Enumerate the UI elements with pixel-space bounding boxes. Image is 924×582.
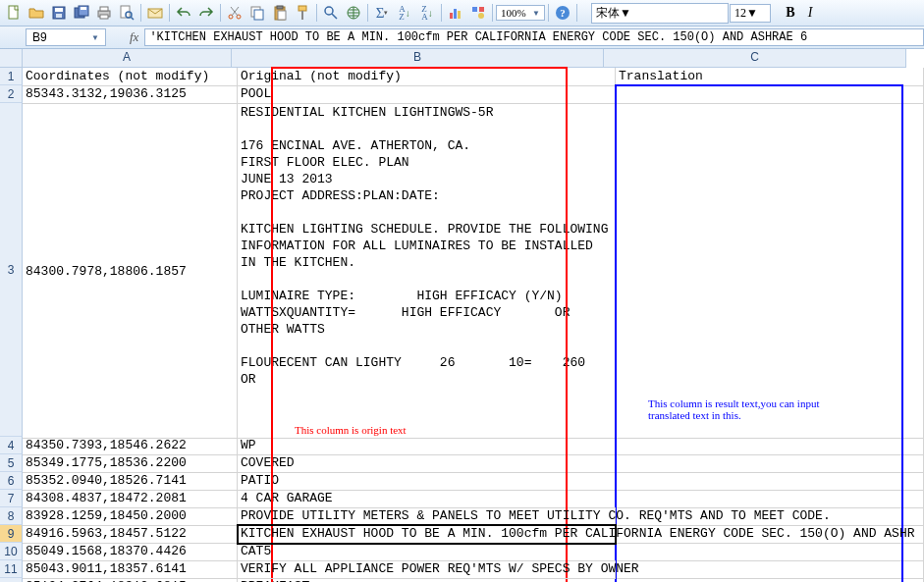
cell[interactable]: COVERED xyxy=(238,454,616,473)
cell[interactable] xyxy=(616,437,924,455)
undo-icon[interactable] xyxy=(173,2,194,24)
find-icon[interactable] xyxy=(320,2,342,24)
cell[interactable]: WP xyxy=(238,437,616,455)
cell[interactable]: RESIDENTIAL KITCHEN LIGHTINGWS-5R 176 EN… xyxy=(238,103,616,439)
cell[interactable]: 84308.4837,18472.2081 xyxy=(23,490,238,508)
row-header[interactable]: 6 xyxy=(0,472,23,490)
cell[interactable]: 85043.9011,18357.6141 xyxy=(23,560,238,579)
svg-rect-29 xyxy=(472,7,477,12)
print-icon[interactable] xyxy=(93,2,115,24)
cell[interactable] xyxy=(616,472,924,491)
row-header[interactable]: 5 xyxy=(0,454,23,472)
cell[interactable]: CAT5 xyxy=(238,543,616,561)
row-header[interactable]: 3 xyxy=(0,103,23,437)
svg-rect-27 xyxy=(454,9,457,19)
cell[interactable]: 83928.1259,18450.2000 xyxy=(23,507,238,526)
svg-rect-2 xyxy=(55,8,63,12)
redo-icon[interactable] xyxy=(195,2,217,24)
open-icon[interactable] xyxy=(26,2,47,24)
cell[interactable]: VERIFY ALL APPLIANCE POWER REQ'MTS W/ SP… xyxy=(238,560,616,579)
save-as-icon[interactable] xyxy=(71,2,92,24)
cell[interactable] xyxy=(616,490,924,508)
row-header[interactable]: 8 xyxy=(0,507,23,525)
cell[interactable]: Translation xyxy=(616,68,924,86)
svg-rect-21 xyxy=(299,6,306,11)
italic-button[interactable]: I xyxy=(801,2,819,24)
print-preview-icon[interactable] xyxy=(116,2,137,24)
col-header-C[interactable]: C xyxy=(604,49,906,68)
row-header[interactable]: 9 xyxy=(0,525,23,543)
select-all-corner[interactable] xyxy=(0,49,23,68)
svg-line-12 xyxy=(131,17,134,20)
new-icon[interactable] xyxy=(3,2,25,24)
cell[interactable]: 85049.1568,18370.4426 xyxy=(23,543,238,561)
cell[interactable]: KITCHEN EXHAUST HOOD TO BE A MIN. 100cfm… xyxy=(238,525,616,544)
formula-bar-value: 'KITCHEN EXHAUST HOOD TO BE A MIN. 100cf… xyxy=(149,30,807,44)
font-name-combo[interactable]: 宋体▼ xyxy=(591,3,729,24)
svg-line-24 xyxy=(332,14,337,19)
cell[interactable]: PATIO xyxy=(238,472,616,491)
chart-icon[interactable] xyxy=(445,2,466,24)
font-size-value: 12 xyxy=(734,6,746,21)
svg-point-30 xyxy=(478,13,484,19)
svg-point-23 xyxy=(325,7,333,15)
zoom-combo[interactable]: 100%▼ xyxy=(496,5,545,21)
row-header[interactable]: 2 xyxy=(0,85,23,103)
svg-rect-9 xyxy=(100,15,108,19)
name-box-value: B9 xyxy=(32,30,47,44)
svg-rect-17 xyxy=(254,10,263,20)
cell[interactable]: 85343.3132,19036.3125 xyxy=(23,85,238,104)
format-painter-icon[interactable] xyxy=(292,2,313,24)
cell[interactable]: 4 CAR GARAGE xyxy=(238,490,616,508)
cell[interactable]: 85352.0940,18526.7141 xyxy=(23,472,238,491)
save-icon[interactable] xyxy=(48,2,70,24)
row-header[interactable]: 4 xyxy=(0,437,23,454)
cell[interactable]: Original (not modify) xyxy=(238,68,616,86)
cell[interactable]: 85349.1775,18536.2200 xyxy=(23,454,238,473)
col-header-B[interactable]: B xyxy=(232,49,604,68)
cell[interactable]: 84916.5963,18457.5122 xyxy=(23,525,238,544)
bold-button[interactable]: B xyxy=(781,2,800,24)
cell[interactable] xyxy=(616,103,924,439)
drawing-icon[interactable] xyxy=(467,2,489,24)
formula-bar[interactable]: 'KITCHEN EXHAUST HOOD TO BE A MIN. 100cf… xyxy=(144,28,924,46)
row-header[interactable]: 12 xyxy=(0,578,23,582)
cell[interactable]: PROVIDE UTILITY METERS & PANELS TO MEET … xyxy=(238,507,616,526)
sum-icon[interactable]: Σ▾ xyxy=(371,2,393,24)
sort-asc-icon[interactable]: AZ↓ xyxy=(394,2,415,24)
font-size-combo[interactable]: 12▼ xyxy=(730,4,771,23)
zoom-value: 100% xyxy=(501,7,526,19)
cell[interactable] xyxy=(616,543,924,561)
svg-rect-22 xyxy=(301,11,303,20)
svg-rect-19 xyxy=(277,6,283,9)
svg-rect-6 xyxy=(81,7,86,10)
grid-body: A B C 1Coordinates (not modify)Original … xyxy=(0,49,924,582)
sort-desc-icon[interactable]: ZA↓ xyxy=(416,2,438,24)
cell[interactable] xyxy=(616,85,924,104)
hyperlink-icon[interactable] xyxy=(343,2,364,24)
svg-rect-3 xyxy=(56,14,62,18)
main-toolbar: Σ▾ AZ↓ ZA↓ 100%▼ ? 宋体▼ 12▼ B I xyxy=(0,0,924,26)
cell[interactable] xyxy=(616,454,924,473)
col-header-A[interactable]: A xyxy=(23,49,232,68)
cell[interactable] xyxy=(616,560,924,579)
row-header[interactable]: 11 xyxy=(0,560,23,578)
cut-icon[interactable] xyxy=(224,2,245,24)
row-header[interactable]: 7 xyxy=(0,490,23,507)
name-box[interactable]: B9▼ xyxy=(26,28,106,46)
fx-icon[interactable]: fx xyxy=(130,29,138,45)
row-header[interactable]: 10 xyxy=(0,543,23,560)
cell[interactable]: 84300.7978,18806.1857 xyxy=(23,103,238,439)
help-icon[interactable]: ? xyxy=(552,2,573,24)
row-header[interactable]: 1 xyxy=(0,68,23,85)
formula-bar-row: B9▼ fx 'KITCHEN EXHAUST HOOD TO BE A MIN… xyxy=(0,26,924,49)
cell[interactable]: 84350.7393,18546.2622 xyxy=(23,437,238,455)
paste-icon[interactable] xyxy=(269,2,291,24)
cell[interactable]: POOL xyxy=(238,85,616,104)
copy-icon[interactable] xyxy=(246,2,268,24)
cell[interactable]: Coordinates (not modify) xyxy=(23,68,238,86)
svg-text:?: ? xyxy=(560,7,566,19)
email-icon[interactable] xyxy=(144,2,166,24)
svg-rect-28 xyxy=(458,11,461,19)
cell[interactable]: 85104.2764,18312.6815 xyxy=(23,578,238,582)
